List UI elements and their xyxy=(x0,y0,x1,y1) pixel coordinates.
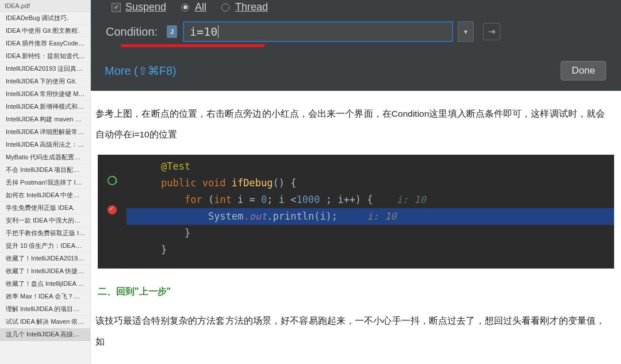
sidebar-item[interactable]: 不会 IntelliJIDEA 项目配置… xyxy=(0,164,90,177)
code-line: } xyxy=(126,242,614,258)
condition-row: Condition: J i=10 ▼ ⇥ xyxy=(102,21,610,42)
sidebar-item[interactable]: IDEA 中使用 Git 图文教程. xyxy=(0,25,90,37)
suspend-row: ✓ Suspend All Thread xyxy=(102,0,610,21)
code-line: public void ifDebug() { xyxy=(126,175,614,191)
sidebar-item[interactable]: IDEA 插件推荐 EasyCode 一… xyxy=(0,37,90,50)
code-line: for (int i = 0; i <1000 ; i++) { i: 10 xyxy=(126,191,614,208)
sidebar-item[interactable]: IntelliJIDEA 下的使用 Git. xyxy=(0,75,90,88)
sidebar-item[interactable]: IntelliJIDEA 新增禅模式和 Li… xyxy=(0,101,90,113)
code-line-highlighted: System.out.println(i); i: 10 xyxy=(126,208,614,225)
breakpoint-icon[interactable] xyxy=(108,205,117,214)
sidebar-item[interactable]: 收藏了！盘点 IntellijIDEA 那… xyxy=(0,278,90,290)
sidebar-item[interactable]: 这几个 IntelliJIDEA 高级调… xyxy=(0,328,90,341)
sidebar-item[interactable]: 试试 IDEA 解决 Maven 依赖… xyxy=(0,316,90,328)
expand-icon[interactable]: ⇥ xyxy=(483,23,500,40)
sidebar: IDEA.pdf IDEADeBug 调试技巧.IDEA 中使用 Git 图文教… xyxy=(0,0,91,364)
lang-icon[interactable]: J xyxy=(167,25,177,38)
suspend-checkbox[interactable]: ✓ Suspend xyxy=(112,1,166,13)
condition-input[interactable]: i=10 xyxy=(183,21,453,42)
gutter xyxy=(98,155,126,269)
sidebar-item[interactable]: IntelliJIDEA20193 这回真… xyxy=(0,63,90,75)
sidebar-header: IDEA.pdf xyxy=(0,0,90,12)
sidebar-item[interactable]: 学生免费使用正版 IDEA. xyxy=(0,202,90,214)
run-icon[interactable] xyxy=(107,175,117,186)
sidebar-item[interactable]: 收藏了！IntelliJIDEA 快捷… xyxy=(0,265,90,278)
check-icon: ✓ xyxy=(112,3,121,12)
sidebar-item[interactable]: 手把手教你免费获取正版 Int… xyxy=(0,227,90,240)
breakpoint-panel: ✓ Suspend All Thread Condition: J i=10 ▼… xyxy=(91,0,621,91)
radio-dot-icon xyxy=(181,3,189,12)
paragraph-2: 该技巧最适合特别复杂的方法套方法的场景，好不容易跑起来，一不小心手一抖，断点过去… xyxy=(95,298,614,351)
code-line: } xyxy=(126,225,614,242)
sidebar-item[interactable]: MyBatis 代码生成器配置详… xyxy=(0,151,90,164)
paragraph-1: 参考上图，在断点的位置，右击断点旁边的小红点，会出来一个界面，在Conditio… xyxy=(95,91,614,144)
sidebar-item[interactable]: 收藏了！IntelliJIDEA2019 … xyxy=(0,252,90,265)
sidebar-item[interactable]: 安利一款 IDEA 中强大的代… xyxy=(0,214,90,227)
sidebar-item[interactable]: 如何在 IntelliJIDEA 中使用 Git. xyxy=(0,189,90,202)
section-heading: 二、回到"上一步" xyxy=(98,269,614,298)
radio-circle-icon xyxy=(221,3,229,12)
dropdown-button[interactable]: ▼ xyxy=(458,21,474,42)
all-label: All xyxy=(195,1,206,13)
code-area: @Test public void ifDebug() { for (int i… xyxy=(126,155,614,269)
sidebar-item[interactable]: IDEA 新特性：提前知道代… xyxy=(0,50,90,63)
suspend-label: Suspend xyxy=(125,1,166,13)
sidebar-item[interactable]: 理解 IntelliJIDEA 的项目配… xyxy=(0,303,90,316)
sidebar-item[interactable]: 效率 Max！IDEA 会飞？只… xyxy=(0,290,90,303)
main-content: ✓ Suspend All Thread Condition: J i=10 ▼… xyxy=(91,0,621,364)
more-done-row: More (⇧⌘F8) Done xyxy=(102,47,610,81)
sidebar-list: IDEADeBug 调试技巧.IDEA 中使用 Git 图文教程.IDEA 插件… xyxy=(0,12,90,364)
sidebar-item[interactable]: IntelliJIDEA 常用快捷键 Ma… xyxy=(0,88,90,101)
radio-all[interactable]: All xyxy=(181,1,206,13)
sidebar-item[interactable]: IDEADeBug 调试技巧. xyxy=(0,12,90,25)
thread-label: Thread xyxy=(235,1,268,13)
more-link[interactable]: More (⇧⌘F8) xyxy=(105,64,177,78)
done-button[interactable]: Done xyxy=(561,61,606,81)
radio-thread[interactable]: Thread xyxy=(221,1,268,13)
sidebar-item[interactable]: IntelliJIDEA 构建 maven 多… xyxy=(0,113,90,126)
code-line: @Test xyxy=(126,158,614,175)
sidebar-item[interactable]: 丢掉 Postman!我选择了 IDE… xyxy=(0,177,90,189)
text-cursor xyxy=(218,25,218,38)
sidebar-item[interactable]: IntelliJIDEA 详细图解最常… xyxy=(0,126,90,139)
sidebar-item[interactable]: 提升 10 倍生产力：IDEA远… xyxy=(0,240,90,252)
condition-value: i=10 xyxy=(190,25,217,39)
sidebar-item[interactable]: IntelliJIDEA 高级用法之：集… xyxy=(0,139,90,151)
code-screenshot: @Test public void ifDebug() { for (int i… xyxy=(98,155,614,269)
condition-label: Condition: xyxy=(106,25,158,39)
